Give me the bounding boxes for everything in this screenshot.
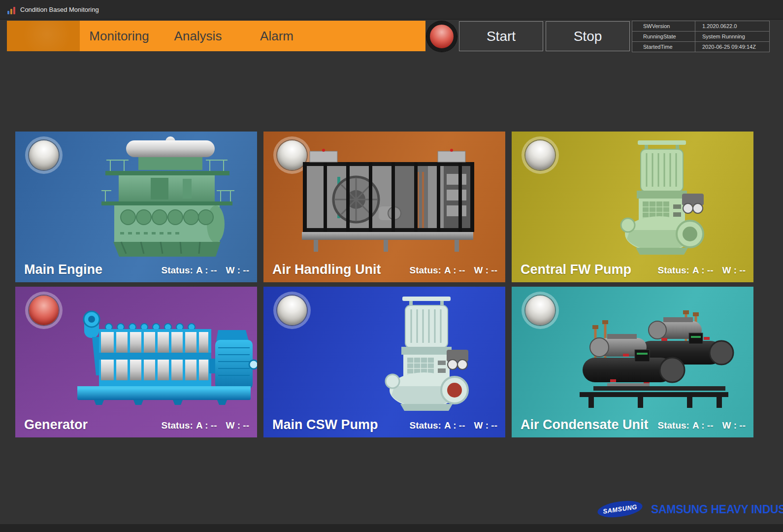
table-row: SWVersion 1.2020.0622.0 xyxy=(632,21,770,32)
samsung-logo: SAMSUNG xyxy=(596,499,643,520)
table-row: RunningState System Runnning xyxy=(632,32,770,42)
status-indicator-lamp xyxy=(522,136,559,174)
air-condensate-unit-image xyxy=(565,296,742,410)
status-indicator-lamp xyxy=(273,292,311,329)
tile-status: Status:A : --W : -- xyxy=(407,420,497,431)
runningstate-label: RunningState xyxy=(632,32,695,42)
tile-main-csw-pump[interactable]: Main CSW Pump Status:A : --W : -- xyxy=(263,287,505,437)
status-indicator-lamp xyxy=(522,292,559,329)
bar-chart-icon xyxy=(7,6,16,14)
table-row: StartedTime 2020-06-25 09:49:14Z xyxy=(632,42,770,52)
window-title: Condition Based Monitoring xyxy=(20,6,99,13)
swversion-label: SWVersion xyxy=(632,21,695,32)
bottom-strip xyxy=(0,524,783,532)
titlebar: Condition Based Monitoring xyxy=(0,0,783,20)
system-info-table: SWVersion 1.2020.0622.0 RunningState Sys… xyxy=(632,21,770,52)
nav-logo-area xyxy=(7,21,80,51)
start-button[interactable]: Start xyxy=(459,21,543,51)
status-indicator-lamp xyxy=(25,292,63,329)
tile-air-handling-unit[interactable]: Air Handling Unit Status:A : --W : -- xyxy=(263,132,505,282)
startedtime-label: StartedTime xyxy=(632,42,695,52)
tile-title: Main Engine xyxy=(24,262,102,277)
central-fw-pump-image xyxy=(610,137,714,256)
tile-status: Status:A : --W : -- xyxy=(655,420,746,431)
stop-button[interactable]: Stop xyxy=(546,21,630,51)
tile-air-condensate-unit[interactable]: Air Condensate Unit Status:A : --W : -- xyxy=(512,287,753,437)
tile-status: Status:A : --W : -- xyxy=(159,420,249,431)
runningstate-value: System Runnning xyxy=(695,32,770,42)
tile-status: Status:A : --W : -- xyxy=(407,265,497,276)
generator-image xyxy=(70,301,257,405)
tile-title: Central FW Pump xyxy=(521,262,631,277)
power-indicator-lamp xyxy=(426,21,457,52)
startedtime-value: 2020-06-25 09:49:14Z xyxy=(695,42,770,52)
tile-title: Main CSW Pump xyxy=(272,417,378,432)
tile-status: Status:A : --W : -- xyxy=(655,265,746,276)
tab-analysis[interactable]: Analysis xyxy=(159,29,237,44)
tab-alarm[interactable]: Alarm xyxy=(237,29,316,44)
tile-status: Status:A : --W : -- xyxy=(159,265,249,276)
swversion-value: 1.2020.0622.0 xyxy=(695,21,770,32)
main-csw-pump-image xyxy=(375,292,478,414)
samsung-logo-text: SAMSUNG xyxy=(602,503,637,515)
air-handling-unit-image xyxy=(296,143,476,255)
main-engine-image xyxy=(92,135,239,260)
tile-title: Generator xyxy=(24,417,88,432)
nav-tabs: Monitoring Analysis Alarm xyxy=(80,21,316,51)
status-indicator-lamp xyxy=(25,136,63,174)
tile-title: Air Condensate Unit xyxy=(521,417,649,432)
equipment-grid: Main Engine Status:A : --W : -- xyxy=(15,132,753,437)
company-name-text: SAMSUNG HEAVY INDUSTRI xyxy=(651,503,783,516)
tile-title: Air Handling Unit xyxy=(272,262,381,277)
tile-generator[interactable]: Generator Status:A : --W : -- xyxy=(15,287,257,437)
tile-main-engine[interactable]: Main Engine Status:A : --W : -- xyxy=(15,132,257,282)
tile-central-fw-pump[interactable]: Central FW Pump Status:A : --W : -- xyxy=(512,132,753,282)
nav-bar: Monitoring Analysis Alarm xyxy=(7,21,425,51)
tab-monitoring[interactable]: Monitoring xyxy=(80,29,159,44)
